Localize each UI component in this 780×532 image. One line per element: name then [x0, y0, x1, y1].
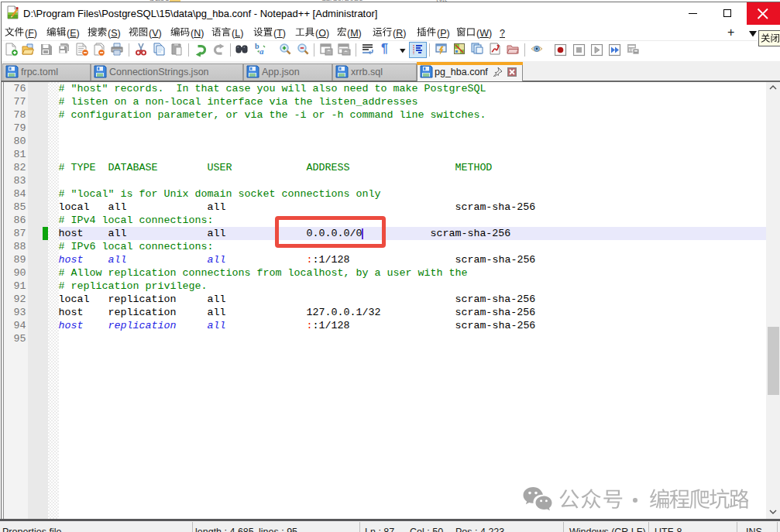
- svg-text:a: a: [259, 46, 264, 56]
